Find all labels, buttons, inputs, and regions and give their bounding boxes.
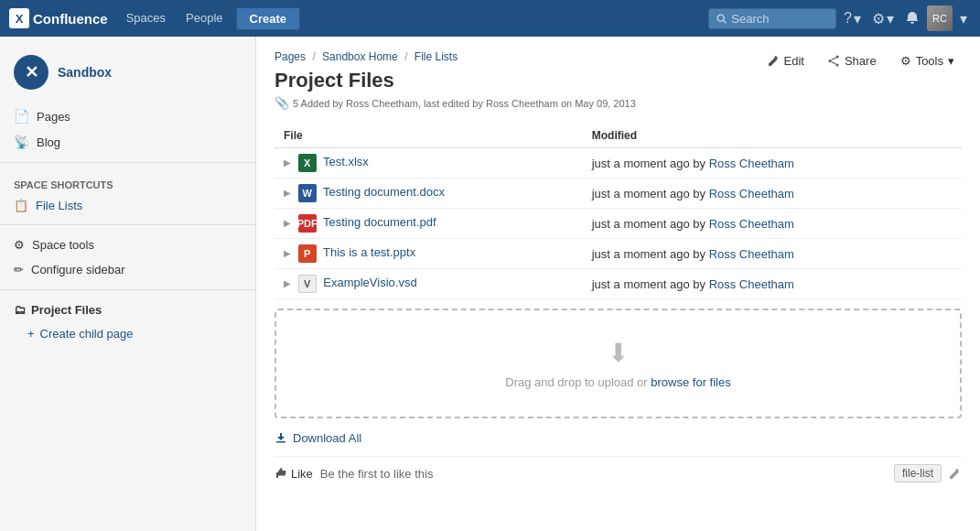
file-lists-label: File Lists xyxy=(36,199,82,212)
share-label: Share xyxy=(845,54,877,68)
page-actions: Edit Share ⚙ Tools ▾ xyxy=(760,50,962,71)
blog-label: Blog xyxy=(37,135,60,149)
sidebar-item-blog[interactable]: 📡 Blog xyxy=(0,129,255,155)
sidebar-current-page: 🗂 Project Files xyxy=(0,298,255,322)
sidebar-item-configure-sidebar[interactable]: ✏ Configure sidebar xyxy=(0,257,255,282)
breadcrumb-pages[interactable]: Pages xyxy=(275,50,306,63)
settings-button[interactable]: ⚙▾ xyxy=(868,6,898,31)
space-name-link[interactable]: Sandbox xyxy=(58,65,112,80)
header-row: Pages / Sandbox Home / File Lists Projec… xyxy=(275,50,962,96)
author-link[interactable]: Ross Cheetham xyxy=(709,277,794,291)
table-row: ▶ V ExampleVisio.vsd just a moment ago b… xyxy=(275,269,962,299)
tools-label: Tools xyxy=(916,54,943,68)
file-cell: ▶ P This is a test.pptx xyxy=(275,239,583,269)
modified-text: just a moment ago by xyxy=(592,247,709,261)
modified-text: just a moment ago by xyxy=(592,187,709,200)
download-all-label: Download All xyxy=(293,431,361,445)
svg-rect-7 xyxy=(276,441,285,443)
expand-arrow[interactable]: ▶ xyxy=(284,188,291,198)
people-link[interactable]: People xyxy=(178,0,230,37)
sidebar-create-child-page[interactable]: + Create child page xyxy=(0,322,255,345)
sidebar-divider-3 xyxy=(0,289,255,290)
expand-arrow[interactable]: ▶ xyxy=(284,157,291,168)
file-cell: ▶ PDF Testing document.pdf xyxy=(275,209,583,239)
sidebar-divider-1 xyxy=(0,162,255,163)
table-row: ▶ PDF Testing document.pdf just a moment… xyxy=(275,209,962,239)
author-link[interactable]: Ross Cheetham xyxy=(709,247,794,261)
breadcrumb-sandbox-home[interactable]: Sandbox Home xyxy=(322,50,398,63)
create-button[interactable]: Create xyxy=(236,7,300,30)
upload-text: Drag and drop to upload or browse for fi… xyxy=(304,375,932,389)
file-type-icon: X xyxy=(298,154,317,172)
file-link[interactable]: Test.xlsx xyxy=(323,155,369,168)
tools-button[interactable]: ⚙ Tools ▾ xyxy=(893,50,962,71)
search-input[interactable] xyxy=(731,12,828,26)
page-meta: 📎 5 Added by Ross Cheetham, last edited … xyxy=(275,96,962,110)
file-type-icon: W xyxy=(298,184,317,202)
expand-arrow[interactable]: ▶ xyxy=(284,248,291,258)
sidebar-item-space-tools[interactable]: ⚙ Space tools xyxy=(0,233,255,257)
svg-point-3 xyxy=(828,60,831,62)
main-content: Pages / Sandbox Home / File Lists Projec… xyxy=(256,37,980,531)
footer-bar: Like Be the first to like this file-list xyxy=(275,456,962,490)
first-like-text: Be the first to like this xyxy=(320,467,434,481)
author-link[interactable]: Ross Cheetham xyxy=(709,187,794,200)
like-label: Like xyxy=(291,467,313,481)
file-link[interactable]: This is a test.pptx xyxy=(323,245,415,259)
create-child-label: Create child page xyxy=(40,327,134,341)
tag-badge: file-list xyxy=(894,464,942,482)
col-file: File xyxy=(275,124,583,148)
search-icon xyxy=(716,13,727,25)
sidebar-item-file-lists[interactable]: 📋 File Lists xyxy=(0,194,255,217)
col-modified: Modified xyxy=(583,124,962,148)
expand-arrow[interactable]: ▶ xyxy=(284,278,291,288)
file-type-icon: V xyxy=(298,275,317,293)
file-link[interactable]: Testing document.pdf xyxy=(323,215,436,229)
table-row: ▶ W Testing document.docx just a moment … xyxy=(275,179,962,209)
modified-cell: just a moment ago by Ross Cheetham xyxy=(583,239,962,269)
attachment-icon: 📎 xyxy=(275,96,289,110)
space-tools-label: Space tools xyxy=(32,238,94,252)
meta-text: 5 Added by Ross Cheetham, last edited by… xyxy=(293,98,636,109)
edit-button[interactable]: Edit xyxy=(760,50,812,71)
file-cell: ▶ V ExampleVisio.vsd xyxy=(275,269,583,299)
pages-icon: 📄 xyxy=(14,109,29,124)
file-link[interactable]: Testing document.docx xyxy=(323,185,445,199)
modified-cell: just a moment ago by Ross Cheetham xyxy=(583,179,962,209)
like-button[interactable]: Like xyxy=(275,467,313,481)
expand-arrow[interactable]: ▶ xyxy=(284,218,291,228)
sidebar-item-pages[interactable]: 📄 Pages xyxy=(0,103,255,129)
current-page-label: Project Files xyxy=(31,303,102,317)
drag-text: Drag and drop to upload or xyxy=(505,375,651,389)
avatar[interactable]: RC xyxy=(927,5,953,31)
download-all-link[interactable]: Download All xyxy=(275,428,962,449)
spaces-link[interactable]: Spaces xyxy=(119,0,173,37)
file-type-icon: P xyxy=(298,244,317,263)
file-link[interactable]: ExampleVisio.vsd xyxy=(323,276,416,289)
confluence-logo[interactable]: X Confluence xyxy=(9,8,108,28)
svg-point-0 xyxy=(717,15,724,21)
logo-icon: X xyxy=(9,8,29,28)
modified-text: just a moment ago by xyxy=(592,157,709,170)
edit-icon xyxy=(768,55,780,67)
help-button[interactable]: ?▾ xyxy=(840,6,865,31)
author-link[interactable]: Ross Cheetham xyxy=(709,157,794,170)
upload-arrow-icon: ⬇ xyxy=(304,338,932,368)
browse-files-link[interactable]: browse for files xyxy=(651,375,730,389)
share-button[interactable]: Share xyxy=(821,50,884,71)
modified-cell: just a moment ago by Ross Cheetham xyxy=(583,209,962,239)
edit-tag-icon[interactable] xyxy=(949,467,962,480)
avatar-image: RC xyxy=(927,5,953,31)
current-page-icon: 🗂 xyxy=(14,303,26,317)
author-link[interactable]: Ross Cheetham xyxy=(709,217,794,231)
avatar-dropdown-arrow[interactable]: ▾ xyxy=(956,6,971,31)
breadcrumb-sep-1: / xyxy=(312,50,315,63)
svg-line-6 xyxy=(831,62,835,65)
modified-cell: just a moment ago by Ross Cheetham xyxy=(583,269,962,299)
notifications-button[interactable] xyxy=(901,7,923,29)
upload-zone[interactable]: ⬇ Drag and drop to upload or browse for … xyxy=(275,309,962,418)
search-box[interactable] xyxy=(708,8,836,29)
breadcrumb-file-lists[interactable]: File Lists xyxy=(415,50,458,63)
download-icon xyxy=(275,432,287,445)
sidebar: ✕ Sandbox 📄 Pages 📡 Blog SPACE SHORTCUTS… xyxy=(0,37,256,531)
